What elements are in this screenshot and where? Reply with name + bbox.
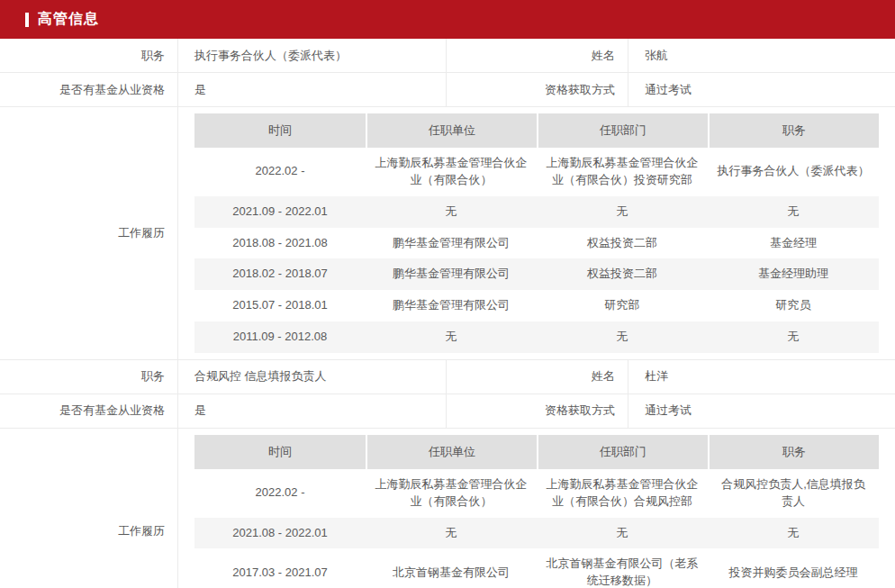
work-history-row: 2021.08 - 2022.01无无无 <box>194 518 879 549</box>
work-history-cell-department: 权益投资二部 <box>537 258 708 290</box>
has-qualification-label: 是否有基金从业资格 <box>0 394 177 428</box>
work-history-column-header: 职务 <box>708 435 879 469</box>
work-history-row: 2022.02 -上海勤辰私募基金管理合伙企业（有限合伙）上海勤辰私募基金管理合… <box>194 469 879 518</box>
work-history-cell-department: 无 <box>537 321 708 353</box>
work-history-cell-period: 2015.07 - 2018.01 <box>194 290 366 321</box>
position-value: 合规风控 信息填报负责人 <box>177 360 446 394</box>
name-label: 姓名 <box>446 360 628 394</box>
work-history-cell-department: 权益投资二部 <box>537 228 708 259</box>
work-history-cell-company: 上海勤辰私募基金管理合伙企业（有限合伙） <box>366 148 537 196</box>
qualification-method-label: 资格获取方式 <box>446 394 628 428</box>
work-history-cell-period: 2022.02 - <box>194 469 366 518</box>
position-label: 职务 <box>0 39 177 72</box>
work-history-cell-title: 无 <box>708 321 879 353</box>
qualification-row: 是否有基金从业资格 是 资格获取方式 通过考试 <box>0 73 895 107</box>
work-history-cell-title: 基金经理助理 <box>708 258 879 290</box>
work-history-cell-department: 上海勤辰私募基金管理合伙企业（有限合伙）投资研究部 <box>537 148 708 196</box>
work-history-row: 2017.03 - 2021.07北京首钢基金有限公司北京首钢基金有限公司（老系… <box>194 548 879 588</box>
work-history-cell-title: 投资并购委员会副总经理 <box>708 548 879 588</box>
work-history-cell-company: 鹏华基金管理有限公司 <box>366 258 537 290</box>
work-history-column-header: 任职部门 <box>537 113 708 148</box>
work-history-cell-period: 2021.09 - 2022.01 <box>194 196 366 228</box>
name-label: 姓名 <box>446 39 628 72</box>
executive-section: 职务 合规风控 信息填报负责人 姓名 杜洋 是否有基金从业资格 是 资格获取方式… <box>0 360 895 588</box>
work-history-column-header: 任职单位 <box>366 435 537 469</box>
section-header-accent-icon <box>25 13 29 27</box>
work-history-cell-title: 研究员 <box>708 290 879 321</box>
work-history-row: 2022.02 -上海勤辰私募基金管理合伙企业（有限合伙）上海勤辰私募基金管理合… <box>194 148 879 196</box>
work-history-cell-company: 鹏华基金管理有限公司 <box>366 228 537 259</box>
executives: 职务 执行事务合伙人（委派代表） 姓名 张航 是否有基金从业资格 是 资格获取方… <box>0 39 895 588</box>
work-history-column-header: 时间 <box>194 113 366 148</box>
work-history-cell-company: 上海勤辰私募基金管理合伙企业（有限合伙） <box>366 469 537 518</box>
work-history-cell-period: 2018.08 - 2021.08 <box>194 228 366 259</box>
work-history-cell-period: 2022.02 - <box>194 148 366 196</box>
qualification-method-label: 资格获取方式 <box>446 73 628 106</box>
position-value: 执行事务合伙人（委派代表） <box>177 39 446 72</box>
has-qualification-value: 是 <box>177 394 446 428</box>
work-history-table-container: 时间任职单位任职部门职务 2022.02 -上海勤辰私募基金管理合伙企业（有限合… <box>177 107 895 359</box>
work-history-column-header: 职务 <box>708 113 879 148</box>
work-history-row: 2015.07 - 2018.01鹏华基金管理有限公司研究部研究员 <box>194 290 879 321</box>
work-history-cell-department: 研究部 <box>537 290 708 321</box>
work-history-cell-title: 无 <box>708 196 879 228</box>
work-history-cell-department: 上海勤辰私募基金管理合伙企业（有限合伙）合规风控部 <box>537 469 708 518</box>
executive-section: 职务 执行事务合伙人（委派代表） 姓名 张航 是否有基金从业资格 是 资格获取方… <box>0 39 895 360</box>
work-history-row: 2018.02 - 2018.07鹏华基金管理有限公司权益投资二部基金经理助理 <box>194 258 879 290</box>
qualification-method-value: 通过考试 <box>628 73 895 106</box>
work-history-cell-period: 2017.03 - 2021.07 <box>194 548 366 588</box>
work-history-row-group: 工作履历 时间任职单位任职部门职务 2022.02 -上海勤辰私募基金管理合伙企… <box>0 107 895 360</box>
work-history-cell-period: 2018.02 - 2018.07 <box>194 258 366 290</box>
work-history-column-header: 任职单位 <box>366 113 537 148</box>
work-history-cell-title: 合规风控负责人,信息填报负责人 <box>708 469 879 518</box>
work-history-row: 2011.09 - 2012.08无无无 <box>194 321 879 353</box>
work-history-row: 2021.09 - 2022.01无无无 <box>194 196 879 228</box>
work-history-cell-title: 无 <box>708 518 879 549</box>
page-title: 高管信息 <box>38 10 99 29</box>
work-history-cell-department: 北京首钢基金有限公司（老系统迁移数据） <box>537 548 708 588</box>
work-history-column-header: 时间 <box>194 435 366 469</box>
work-history-header-row: 时间任职单位任职部门职务 <box>194 113 879 148</box>
work-history-table: 时间任职单位任职部门职务 2022.02 -上海勤辰私募基金管理合伙企业（有限合… <box>194 435 879 588</box>
has-qualification-value: 是 <box>177 73 446 106</box>
work-history-cell-company: 无 <box>366 196 537 228</box>
work-history-row-group: 工作履历 时间任职单位任职部门职务 2022.02 -上海勤辰私募基金管理合伙企… <box>0 429 895 588</box>
qualification-row: 是否有基金从业资格 是 资格获取方式 通过考试 <box>0 394 895 429</box>
has-qualification-label: 是否有基金从业资格 <box>0 73 177 106</box>
work-history-cell-company: 北京首钢基金有限公司 <box>366 548 537 588</box>
position-name-row: 职务 执行事务合伙人（委派代表） 姓名 张航 <box>0 39 895 73</box>
name-value: 杜洋 <box>628 360 895 394</box>
work-history-table-container: 时间任职单位任职部门职务 2022.02 -上海勤辰私募基金管理合伙企业（有限合… <box>177 429 895 588</box>
work-history-table: 时间任职单位任职部门职务 2022.02 -上海勤辰私募基金管理合伙企业（有限合… <box>194 113 879 353</box>
work-history-column-header: 任职部门 <box>537 435 708 469</box>
work-history-cell-title: 执行事务合伙人（委派代表） <box>708 148 879 196</box>
work-history-cell-company: 无 <box>366 321 537 353</box>
position-label: 职务 <box>0 360 177 394</box>
work-history-label: 工作履历 <box>0 107 177 359</box>
work-history-cell-period: 2011.09 - 2012.08 <box>194 321 366 353</box>
work-history-label: 工作履历 <box>0 429 177 588</box>
qualification-method-value: 通过考试 <box>628 394 895 428</box>
name-value: 张航 <box>628 39 895 72</box>
work-history-cell-title: 基金经理 <box>708 228 879 259</box>
work-history-header-row: 时间任职单位任职部门职务 <box>194 435 879 469</box>
work-history-cell-company: 无 <box>366 518 537 549</box>
work-history-cell-period: 2021.08 - 2022.01 <box>194 518 366 549</box>
work-history-cell-company: 鹏华基金管理有限公司 <box>366 290 537 321</box>
section-header: 高管信息 <box>0 0 895 39</box>
position-name-row: 职务 合规风控 信息填报负责人 姓名 杜洋 <box>0 360 895 394</box>
work-history-cell-department: 无 <box>537 196 708 228</box>
work-history-cell-department: 无 <box>537 518 708 549</box>
work-history-row: 2018.08 - 2021.08鹏华基金管理有限公司权益投资二部基金经理 <box>194 228 879 259</box>
